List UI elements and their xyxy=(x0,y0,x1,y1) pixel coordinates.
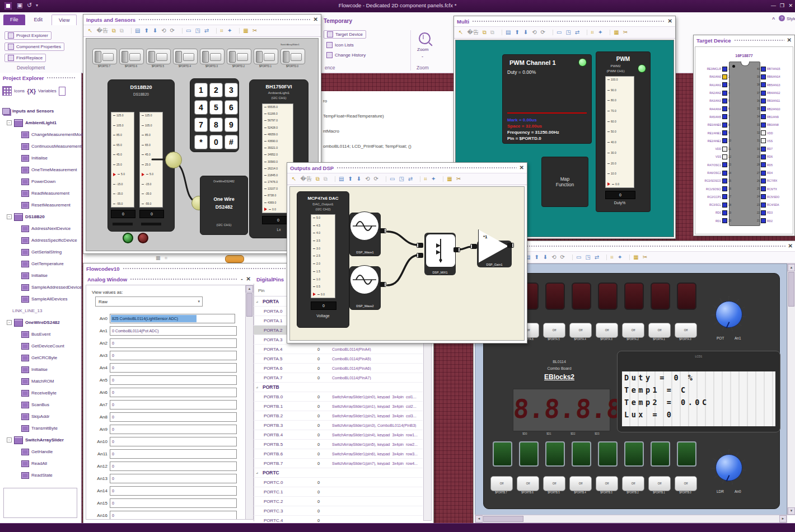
tree-item-receivebyte[interactable]: ReceiveByte xyxy=(2,387,81,399)
pin-square[interactable] xyxy=(761,210,766,215)
toolbar-icon-9[interactable]: ▭ xyxy=(386,176,395,182)
toolbar-icon-11[interactable]: ⇄ xyxy=(204,28,209,34)
switch-knob[interactable] xyxy=(183,53,194,61)
group-arrow-icon[interactable]: ⊿ xyxy=(254,385,263,389)
pin-square[interactable] xyxy=(722,106,727,111)
toolbar-icon-9[interactable]: ▭ xyxy=(572,255,581,260)
toolbar-icon-0[interactable]: ↖ xyxy=(292,176,296,182)
tree-item-gethandle[interactable]: GetHandle xyxy=(2,446,81,458)
pin-square[interactable] xyxy=(761,114,766,119)
dac-component[interactable]: MCP47x6 DAC DAC_Output1 (I2C CH2) 5.04.5… xyxy=(297,191,349,328)
wire-connector-1[interactable] xyxy=(165,152,182,168)
toolbar-icon-6[interactable]: ⬇ xyxy=(153,28,157,34)
zoom-icon[interactable] xyxy=(419,32,431,44)
toolbar-icon-14[interactable]: ▦ xyxy=(239,28,248,34)
toolbar-icon-1[interactable]: �告 xyxy=(467,30,478,35)
port-switch-1[interactable] xyxy=(119,49,144,64)
digital-row-portb-3[interactable]: PORTB.30SwitchArraySlider1(pin3), ComboB… xyxy=(254,421,423,430)
port-switch-6[interactable] xyxy=(254,49,278,64)
toolbar-icon-12[interactable]: ⌗ xyxy=(606,255,614,260)
keypad-key-0[interactable]: 0 xyxy=(209,135,223,149)
keypad-component[interactable]: 123456789*0# xyxy=(190,78,239,152)
board-hscrollbar[interactable]: ◄ ► xyxy=(475,515,787,523)
digital-row-portb-2[interactable]: PORTB.20SwitchArraySlider1(pin2), keypad… xyxy=(254,411,423,421)
toolbar-icon-9[interactable]: ▭ xyxy=(553,30,562,35)
wave1-output-plug[interactable] xyxy=(380,228,386,233)
scroll-thumb[interactable] xyxy=(788,272,794,307)
onewire-component[interactable]: OneWireDS2482 One Wire DS2482 (I2C CH1) xyxy=(200,176,248,235)
keypad-key-2[interactable]: 2 xyxy=(209,83,223,97)
toolbar-icon-13[interactable]: ✦ xyxy=(618,255,622,260)
analog-input[interactable]: 0 xyxy=(110,437,237,446)
toolbar-icon-4[interactable]: ▤ xyxy=(131,28,140,34)
pin-square[interactable] xyxy=(761,162,766,167)
toolbar-icon-3[interactable]: ⧉ xyxy=(324,176,328,182)
pin-square[interactable] xyxy=(722,67,727,72)
analog-input[interactable]: 0 xyxy=(110,449,237,459)
close-icon[interactable]: ✕ xyxy=(788,243,793,249)
board-button--portb-0[interactable]: Off xyxy=(675,476,697,491)
toolbar-icon-12[interactable]: ⌗ xyxy=(587,30,594,35)
analog-input[interactable]: 0 xyxy=(110,375,237,385)
close-icon[interactable]: ✕ xyxy=(787,37,792,43)
view-item-0[interactable]: Target Device xyxy=(324,30,366,39)
toolbar-icon-11[interactable]: ⇄ xyxy=(575,30,579,35)
switch-knob[interactable] xyxy=(237,53,248,61)
toolbar-icon-5[interactable]: ⬆ xyxy=(144,28,148,34)
switch-knob[interactable] xyxy=(264,53,275,61)
switch-knob[interactable] xyxy=(291,53,302,61)
analog-input[interactable]: 0 xyxy=(110,425,237,434)
toolbar-icon-8[interactable]: ⟳ xyxy=(541,30,545,35)
toolbar-icon-14[interactable]: ▦ xyxy=(610,30,619,35)
port-switch-5[interactable] xyxy=(227,49,251,64)
toolbar-icon-14[interactable]: ▦ xyxy=(629,255,638,260)
toolbar-icon-13[interactable]: ✦ xyxy=(598,30,602,35)
toolbar-icon-8[interactable]: ⟳ xyxy=(560,255,565,260)
pin-square[interactable] xyxy=(761,106,766,111)
ds18b20-slider-1[interactable]: 125.0105.085.065.045.025.05.0-15.0-35.0-… xyxy=(111,112,134,208)
pin-square[interactable] xyxy=(761,186,766,191)
group-arrow-icon[interactable]: ⊿ xyxy=(254,300,263,303)
pwm-scope[interactable]: PWM Channel 1 Duty = 0.00% Mark = 0.00us… xyxy=(502,54,592,144)
doc-icon[interactable] xyxy=(59,87,66,96)
tree-item-initialise[interactable]: Initialise xyxy=(2,152,81,164)
tree-item-changemeasurementmode[interactable]: ChangeMeasurementMode xyxy=(2,129,81,140)
port-switch-3[interactable] xyxy=(173,49,198,64)
view-item-2[interactable]: Change History xyxy=(324,51,368,59)
tree-item-getdevicecount[interactable]: GetDeviceCount xyxy=(2,340,81,352)
digital-row-portc[interactable]: ⊿PORTC xyxy=(254,468,423,478)
tab-temporary[interactable]: Temporary xyxy=(324,18,352,24)
digital-row-portc-3[interactable]: PORTC.30 xyxy=(254,506,423,516)
board-vscrollbar[interactable]: ▲ ▼ xyxy=(787,263,795,515)
board-button--portb-1[interactable]: Off xyxy=(648,476,671,491)
pin-square[interactable] xyxy=(722,82,727,87)
tree-item-switcharrayslider[interactable]: −SwitchArraySlider xyxy=(2,434,81,446)
scroll-up-icon[interactable]: ▲ xyxy=(788,264,795,271)
pin-square[interactable] xyxy=(761,74,766,79)
ribbon-button-0[interactable]: Project Explorer xyxy=(4,31,52,40)
dac-slider[interactable]: 5.04.54.03.53.02.52.01.51.00.50.0 xyxy=(311,214,335,298)
tree-item-matchrom[interactable]: MatchROM xyxy=(2,375,81,387)
tree-item-initialise[interactable]: Initialise xyxy=(2,270,81,281)
pin-square[interactable] xyxy=(761,154,766,159)
digital-row-portb-5[interactable]: PORTB.50SwitchArraySlider1(pin5), keypad… xyxy=(254,440,423,449)
scroll-left-icon[interactable]: ◄ xyxy=(475,515,483,522)
toolbar-icon-3[interactable]: ⧉ xyxy=(120,28,124,34)
group-arrow-icon[interactable]: ⊿ xyxy=(254,471,263,474)
tree-item-link-line-13[interactable]: LINK_LINE_13 xyxy=(2,305,81,317)
tree-item-skipaddr[interactable]: SkipAddr xyxy=(2,411,81,422)
analog-input[interactable]: 825 ComboBL0114(LightSensor ADC) xyxy=(110,314,235,323)
toolbar-icon-11[interactable]: ⇄ xyxy=(408,176,413,182)
keypad-key-7[interactable]: 7 xyxy=(194,117,208,132)
board-button--porta-0[interactable]: Off xyxy=(675,323,697,338)
port-switch-0[interactable] xyxy=(92,49,117,64)
pin-square[interactable] xyxy=(722,98,727,103)
tree-item-readstate[interactable]: ReadState xyxy=(2,469,81,481)
tree-item-ambientlight1[interactable]: −AmbientLight1 xyxy=(2,117,81,129)
digital-row-porta-4[interactable]: PORTA.40ComboBL0114(PinA4) xyxy=(254,345,423,354)
tab-edit[interactable]: Edit xyxy=(27,15,50,25)
pin-square[interactable] xyxy=(761,130,766,135)
close-button[interactable]: ✕ xyxy=(788,3,793,8)
tree-item-samplealldevices[interactable]: SampleAllDevices xyxy=(2,293,81,305)
toolbar-icon-15[interactable]: ✂ xyxy=(252,28,257,34)
